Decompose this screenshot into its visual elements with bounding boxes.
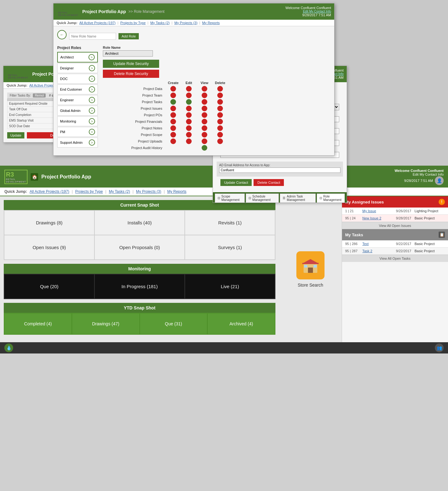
- pn-delete-dot[interactable]: [217, 125, 223, 131]
- pu-view-dot[interactable]: [202, 138, 207, 144]
- cell-que-ytd[interactable]: Que (31): [140, 313, 208, 334]
- update-role-security-button[interactable]: Update Role Security: [103, 60, 159, 68]
- delete-role-security-button[interactable]: Delete Role Security: [103, 70, 159, 78]
- tasks-qj-label: Quick Jump:: [7, 83, 28, 87]
- ps-edit-dot[interactable]: [186, 132, 192, 138]
- pi-edit-dot[interactable]: [186, 106, 192, 111]
- cell-surveys[interactable]: Surveys (1): [185, 235, 275, 260]
- add-role-button[interactable]: Add Role: [118, 33, 139, 39]
- issue-1-link[interactable]: My Issue: [362, 209, 393, 213]
- pt-delete-dot[interactable]: [217, 93, 223, 98]
- role-item-doc[interactable]: DOC >: [57, 74, 98, 84]
- pu-delete-dot[interactable]: [217, 138, 223, 144]
- ppo-create-dot[interactable]: [170, 112, 176, 118]
- pn-view-dot[interactable]: [202, 125, 207, 131]
- cell-in-progress[interactable]: In Progress (181): [94, 274, 185, 299]
- ppo-view-dot[interactable]: [202, 112, 207, 118]
- task-2-link[interactable]: Task 2: [362, 249, 393, 253]
- role-item-engineer[interactable]: Engineer >: [57, 95, 98, 105]
- pu-create-dot[interactable]: [170, 138, 176, 144]
- pi-delete-dot[interactable]: [217, 106, 223, 111]
- cell-que[interactable]: Que (20): [4, 274, 94, 299]
- pi-view-dot[interactable]: [202, 106, 207, 111]
- pd-edit-dot[interactable]: [186, 86, 192, 92]
- pf-delete-dot[interactable]: [217, 119, 223, 124]
- pu-edit-dot[interactable]: [186, 138, 192, 144]
- footer-user-icon[interactable]: 👥: [435, 343, 444, 352]
- role-qj-my-projects[interactable]: My Projects (3): [174, 21, 198, 25]
- cell-drawings-ytd[interactable]: Drawings (47): [72, 313, 140, 334]
- tab-role-management[interactable]: ⊡ Role Management: [317, 193, 345, 203]
- ad-email-input[interactable]: [219, 168, 340, 173]
- pi-create-dot[interactable]: [170, 106, 176, 111]
- role-item-pm[interactable]: PM >: [57, 127, 98, 137]
- main-edit-contact[interactable]: Edit My Contact Info: [395, 173, 444, 176]
- tasks-update-button[interactable]: Update: [7, 132, 24, 138]
- cell-revisits[interactable]: Revisits (1): [185, 210, 275, 235]
- role-item-end-customer[interactable]: End Customer >: [57, 84, 98, 94]
- task-1-link[interactable]: Text: [362, 242, 393, 246]
- ptask-edit-dot[interactable]: [186, 99, 192, 105]
- back-button[interactable]: ←: [57, 30, 67, 39]
- pf-view-dot[interactable]: [202, 119, 207, 124]
- cell-live[interactable]: Live (21): [185, 274, 275, 299]
- ps-view-dot[interactable]: [202, 132, 207, 138]
- ppo-delete-dot[interactable]: [217, 112, 223, 118]
- tab-admin-task[interactable]: ☰ Admin Task Management: [280, 193, 316, 203]
- main-qj-my-tasks[interactable]: My Tasks (2): [109, 189, 130, 194]
- cell-open-issues[interactable]: Open Issues (9): [4, 235, 94, 260]
- role-qj-my-reports[interactable]: My Reports: [202, 21, 219, 25]
- pd-create-dot[interactable]: [170, 86, 176, 92]
- pn-create-dot[interactable]: [170, 125, 176, 131]
- cell-drawings[interactable]: Drawings (8): [4, 210, 94, 235]
- ps-create-dot[interactable]: [170, 132, 176, 138]
- pn-edit-dot[interactable]: [186, 125, 192, 131]
- view-all-tasks-button[interactable]: View All Open Tasks: [342, 255, 448, 262]
- ppo-edit-dot[interactable]: [186, 112, 192, 118]
- cell-open-proposals[interactable]: Open Proposals (0): [94, 235, 185, 260]
- delete-contact-button[interactable]: Delete Contact: [254, 179, 284, 186]
- role-item-architect[interactable]: Architect >: [57, 52, 98, 63]
- new-role-name-input[interactable]: [69, 33, 116, 40]
- role-qj-projects-by-type[interactable]: Projects by Type: [120, 21, 146, 25]
- role-item-global-admin[interactable]: Global Admin >: [57, 106, 98, 116]
- main-qj-all-projects[interactable]: All Active Projects (197): [30, 189, 69, 194]
- pf-create-dot[interactable]: [170, 119, 176, 124]
- role-name-value-input[interactable]: Architect: [103, 50, 153, 57]
- monitoring-header: Monitoring: [4, 264, 275, 274]
- ytd-grid: Completed (4) Drawings (47) Que (31) Arc…: [4, 313, 275, 335]
- pa-view-dot[interactable]: [202, 145, 207, 151]
- main-qj-my-reports[interactable]: My Reports: [167, 189, 186, 194]
- role-item-monitoring[interactable]: Monitoring >: [57, 116, 98, 126]
- pt-edit-dot[interactable]: [186, 93, 192, 98]
- tab-scope-management[interactable]: ⊡ Scope Management: [215, 193, 245, 203]
- cell-installs[interactable]: Installs (40): [94, 210, 185, 235]
- role-item-support-admin[interactable]: Support Admin >: [57, 138, 98, 148]
- cell-completed[interactable]: Completed (4): [4, 313, 72, 334]
- home-icon[interactable]: 🏠: [31, 173, 38, 181]
- main-qj-my-projects[interactable]: My Projects (3): [136, 189, 161, 194]
- pt-create-dot[interactable]: [170, 93, 176, 98]
- ps-delete-dot[interactable]: [217, 132, 223, 138]
- role-item-designer[interactable]: Designer >: [57, 63, 98, 73]
- pf-edit-dot[interactable]: [186, 119, 192, 124]
- svg-rect-5: [302, 263, 319, 264]
- role-qj-my-tasks[interactable]: My Tasks (2): [150, 21, 170, 25]
- pd-view-dot[interactable]: [202, 86, 207, 92]
- ptask-view-dot[interactable]: [202, 99, 207, 105]
- ptask-delete-dot[interactable]: [217, 99, 223, 105]
- issue-2-id: 95 | 24: [345, 216, 362, 220]
- update-contact-button[interactable]: Update Contact: [220, 179, 252, 186]
- store-search-button[interactable]: Store Search: [296, 251, 325, 288]
- cell-archived[interactable]: Archived (4): [207, 313, 275, 334]
- ptask-create-dot[interactable]: [170, 99, 176, 105]
- view-all-issues-button[interactable]: View All Open Issues: [342, 222, 448, 229]
- role-qj-all-projects[interactable]: All Active Projects (197): [79, 21, 116, 25]
- main-qj-projects-by-type[interactable]: Projects by Type: [75, 189, 103, 194]
- issue-1-project: Lighting Project: [415, 209, 445, 213]
- issue-2-link[interactable]: New Issue 2: [362, 216, 393, 220]
- pd-delete-dot[interactable]: [217, 86, 223, 92]
- pt-view-dot[interactable]: [202, 93, 207, 98]
- tab-schedule-management[interactable]: ⊡ Schedule Management: [246, 193, 279, 203]
- role-edit-contact[interactable]: Edit My Contact Info: [285, 10, 331, 13]
